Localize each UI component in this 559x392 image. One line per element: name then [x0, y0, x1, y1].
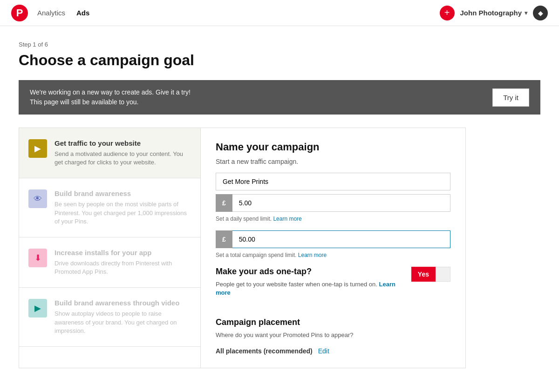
- brand-icon: 👁: [28, 189, 47, 208]
- pinterest-logo[interactable]: P: [11, 5, 28, 21]
- option-brand-title: Build brand awareness: [55, 189, 191, 197]
- app-icon: ⬇: [28, 249, 47, 267]
- placement-value: All placements (recommended): [216, 347, 313, 355]
- placement-section: Campaign placement Where do you want you…: [216, 318, 450, 354]
- total-currency-symbol: £: [216, 230, 232, 248]
- one-tap-title: Make your ads one-tap?: [216, 267, 411, 277]
- option-brand[interactable]: 👁 Build brand awareness Be seen by peopl…: [19, 178, 200, 237]
- option-brand-desc: Be seen by people on the most visible pa…: [55, 200, 191, 226]
- one-tap-desc: People get to your website faster when o…: [216, 280, 411, 297]
- daily-currency-symbol: £: [216, 194, 232, 212]
- option-brand-content: Build brand awareness Be seen by people …: [55, 189, 191, 226]
- banner-line1: We're working on a new way to create ads…: [30, 88, 191, 97]
- placement-row: All placements (recommended) Edit: [216, 347, 450, 355]
- placement-desc: Where do you want your Promoted Pins to …: [216, 331, 450, 339]
- option-video-title: Build brand awareness through video: [55, 299, 191, 307]
- option-video-content: Build brand awareness through video Show…: [55, 299, 191, 335]
- option-app-desc: Drive downloads directly from Pinterest …: [55, 259, 191, 276]
- add-button[interactable]: +: [440, 6, 455, 20]
- total-learn-more[interactable]: Learn more: [298, 252, 327, 258]
- daily-spend-help: Set a daily spend limit. Learn more: [216, 216, 450, 222]
- daily-spend-input[interactable]: [232, 194, 450, 212]
- header-right: + John Photography ▾ ◆: [440, 6, 548, 20]
- one-tap-section: Make your ads one-tap? People get to you…: [216, 267, 450, 304]
- page-title: Choose a campaign goal: [19, 52, 540, 69]
- option-video[interactable]: ▶ Build brand awareness through video Sh…: [19, 288, 200, 347]
- settings-icon[interactable]: ◆: [533, 6, 548, 20]
- video-icon: ▶: [28, 299, 47, 318]
- daily-learn-more[interactable]: Learn more: [273, 216, 301, 222]
- step-label: Step 1 of 6: [19, 41, 540, 48]
- option-traffic[interactable]: ▶ Get traffic to your website Send a mot…: [19, 128, 200, 178]
- traffic-icon: ▶: [28, 139, 47, 158]
- option-app-title: Increase installs for your app: [55, 249, 191, 257]
- total-spend-wrap: £: [216, 230, 450, 248]
- toggle-yes-button[interactable]: Yes: [411, 267, 436, 282]
- logo-char: P: [16, 7, 23, 19]
- header: P Analytics Ads + John Photography ▾ ◆: [0, 0, 559, 26]
- placement-edit-link[interactable]: Edit: [318, 347, 329, 355]
- nav-ads[interactable]: Ads: [76, 7, 89, 19]
- placement-title: Campaign placement: [216, 318, 450, 327]
- banner-line2: This page will still be available to you…: [30, 97, 191, 107]
- option-app-content: Increase installs for your app Drive dow…: [55, 249, 191, 276]
- page-content: Step 1 of 6 Choose a campaign goal We're…: [0, 26, 559, 383]
- total-spend-help: Set a total campaign spend limit. Learn …: [216, 252, 450, 258]
- option-traffic-title: Get traffic to your website: [55, 139, 191, 147]
- option-app[interactable]: ⬇ Increase installs for your app Drive d…: [19, 237, 200, 288]
- toggle-track: [436, 267, 450, 282]
- try-it-button[interactable]: Try it: [492, 88, 529, 107]
- one-tap-toggle[interactable]: Yes: [411, 267, 450, 282]
- account-name: John Photography: [460, 9, 522, 17]
- account-menu[interactable]: John Photography ▾: [460, 9, 528, 17]
- nav-analytics[interactable]: Analytics: [37, 7, 65, 19]
- option-traffic-desc: Send a motivated audience to your conten…: [55, 150, 191, 167]
- one-tap-info: Make your ads one-tap? People get to you…: [216, 267, 411, 304]
- details-subtitle: Start a new traffic campaign.: [216, 158, 450, 165]
- option-traffic-content: Get traffic to your website Send a motiv…: [55, 139, 191, 167]
- banner-text: We're working on a new way to create ads…: [30, 88, 191, 107]
- campaign-details-panel: Name your campaign Start a new traffic c…: [201, 128, 465, 368]
- option-video-desc: Show autoplay videos to people to raise …: [55, 310, 191, 335]
- campaign-options-panel: ▶ Get traffic to your website Send a mot…: [19, 128, 201, 368]
- daily-spend-wrap: £: [216, 194, 450, 212]
- details-title: Name your campaign: [216, 141, 450, 153]
- promo-banner: We're working on a new way to create ads…: [19, 80, 540, 115]
- main-nav: Analytics Ads: [37, 7, 440, 19]
- chevron-down-icon: ▾: [525, 10, 527, 16]
- total-spend-input[interactable]: [232, 230, 450, 248]
- campaign-name-input[interactable]: [216, 173, 450, 190]
- main-layout: ▶ Get traffic to your website Send a mot…: [19, 128, 466, 368]
